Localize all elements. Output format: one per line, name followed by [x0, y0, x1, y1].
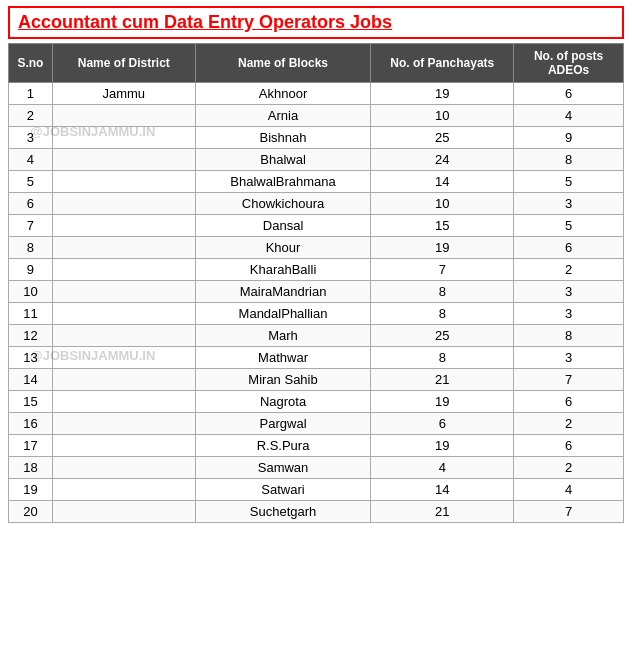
cell-panchayats: 25 — [371, 325, 514, 347]
cell-panchayats: 4 — [371, 457, 514, 479]
header-panchayats: No. of Panchayats — [371, 44, 514, 83]
cell-district — [52, 369, 195, 391]
cell-district — [52, 391, 195, 413]
page-wrapper: Accountant cum Data Entry Operators Jobs… — [0, 6, 632, 662]
cell-posts: 8 — [514, 149, 624, 171]
header-blocks: Name of Blocks — [195, 44, 371, 83]
cell-panchayats: 19 — [371, 435, 514, 457]
cell-panchayats: 8 — [371, 303, 514, 325]
cell-blocks: Dansal — [195, 215, 371, 237]
cell-district — [52, 193, 195, 215]
cell-panchayats: 19 — [371, 391, 514, 413]
cell-posts: 2 — [514, 259, 624, 281]
table-row: 2Arnia104 — [9, 105, 624, 127]
cell-posts: 5 — [514, 171, 624, 193]
cell-district — [52, 457, 195, 479]
cell-panchayats: 14 — [371, 479, 514, 501]
cell-blocks: Miran Sahib — [195, 369, 371, 391]
cell-posts: 3 — [514, 193, 624, 215]
cell-sno: 16 — [9, 413, 53, 435]
cell-panchayats: 21 — [371, 369, 514, 391]
title-bar: Accountant cum Data Entry Operators Jobs — [8, 6, 624, 39]
cell-blocks: KharahBalli — [195, 259, 371, 281]
cell-sno: 19 — [9, 479, 53, 501]
header-posts: No. of posts ADEOs — [514, 44, 624, 83]
cell-sno: 13 — [9, 347, 53, 369]
cell-posts: 6 — [514, 237, 624, 259]
table-row: 6Chowkichoura103 — [9, 193, 624, 215]
table-body: 1JammuAkhnoor1962Arnia1043Bishnah2594Bha… — [9, 83, 624, 523]
cell-blocks: Akhnoor — [195, 83, 371, 105]
table-row: 7Dansal155 — [9, 215, 624, 237]
cell-posts: 6 — [514, 435, 624, 457]
cell-district — [52, 237, 195, 259]
cell-panchayats: 10 — [371, 193, 514, 215]
cell-posts: 8 — [514, 325, 624, 347]
cell-blocks: Khour — [195, 237, 371, 259]
cell-district — [52, 325, 195, 347]
cell-posts: 6 — [514, 83, 624, 105]
cell-panchayats: 6 — [371, 413, 514, 435]
cell-posts: 4 — [514, 479, 624, 501]
cell-blocks: Nagrota — [195, 391, 371, 413]
table-row: 12Marh258 — [9, 325, 624, 347]
cell-posts: 3 — [514, 281, 624, 303]
cell-panchayats: 15 — [371, 215, 514, 237]
cell-sno: 20 — [9, 501, 53, 523]
cell-posts: 3 — [514, 303, 624, 325]
cell-district — [52, 435, 195, 457]
cell-district — [52, 259, 195, 281]
table-row: 5BhalwalBrahmana145 — [9, 171, 624, 193]
cell-panchayats: 7 — [371, 259, 514, 281]
table-row: 19Satwari144 — [9, 479, 624, 501]
table-row: 16Pargwal62 — [9, 413, 624, 435]
cell-district — [52, 171, 195, 193]
cell-posts: 3 — [514, 347, 624, 369]
header-district: Name of District — [52, 44, 195, 83]
page-title: Accountant cum Data Entry Operators Jobs — [18, 12, 392, 32]
table-row: 15Nagrota196 — [9, 391, 624, 413]
table-row: 11MandalPhallian83 — [9, 303, 624, 325]
cell-district — [52, 127, 195, 149]
table-row: 1JammuAkhnoor196 — [9, 83, 624, 105]
cell-blocks: Satwari — [195, 479, 371, 501]
cell-posts: 9 — [514, 127, 624, 149]
cell-blocks: BhalwalBrahmana — [195, 171, 371, 193]
cell-sno: 4 — [9, 149, 53, 171]
cell-sno: 6 — [9, 193, 53, 215]
table-row: 17R.S.Pura196 — [9, 435, 624, 457]
cell-posts: 4 — [514, 105, 624, 127]
cell-sno: 2 — [9, 105, 53, 127]
cell-blocks: Pargwal — [195, 413, 371, 435]
cell-posts: 7 — [514, 369, 624, 391]
cell-panchayats: 19 — [371, 237, 514, 259]
table-row: 10MairaMandrian83 — [9, 281, 624, 303]
cell-sno: 18 — [9, 457, 53, 479]
cell-blocks: Chowkichoura — [195, 193, 371, 215]
header-sno: S.no — [9, 44, 53, 83]
cell-district — [52, 501, 195, 523]
cell-blocks: Marh — [195, 325, 371, 347]
cell-district — [52, 303, 195, 325]
cell-sno: 1 — [9, 83, 53, 105]
cell-district — [52, 479, 195, 501]
cell-panchayats: 14 — [371, 171, 514, 193]
cell-sno: 11 — [9, 303, 53, 325]
cell-sno: 12 — [9, 325, 53, 347]
table-row: 8Khour196 — [9, 237, 624, 259]
cell-panchayats: 8 — [371, 281, 514, 303]
cell-posts: 6 — [514, 391, 624, 413]
cell-district — [52, 281, 195, 303]
cell-posts: 2 — [514, 413, 624, 435]
cell-sno: 7 — [9, 215, 53, 237]
cell-panchayats: 8 — [371, 347, 514, 369]
cell-blocks: MairaMandrian — [195, 281, 371, 303]
cell-panchayats: 25 — [371, 127, 514, 149]
cell-district — [52, 149, 195, 171]
cell-district — [52, 413, 195, 435]
cell-blocks: Bhalwal — [195, 149, 371, 171]
cell-blocks: Arnia — [195, 105, 371, 127]
cell-posts: 2 — [514, 457, 624, 479]
cell-district — [52, 105, 195, 127]
cell-blocks: R.S.Pura — [195, 435, 371, 457]
